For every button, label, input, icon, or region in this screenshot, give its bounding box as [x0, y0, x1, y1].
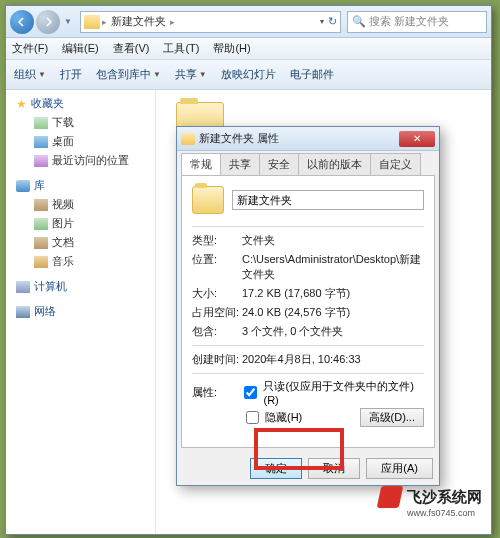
- location-value: C:\Users\Administrator\Desktop\新建文件夹: [242, 252, 424, 282]
- tab-general[interactable]: 常规: [181, 153, 221, 175]
- menu-tools[interactable]: 工具(T): [163, 41, 199, 56]
- divider: [192, 345, 424, 346]
- menu-bar: 文件(F) 编辑(E) 查看(V) 工具(T) 帮助(H): [6, 38, 491, 60]
- created-value: 2020年4月8日, 10:46:33: [242, 352, 424, 367]
- recent-icon: [34, 155, 48, 167]
- menu-view[interactable]: 查看(V): [113, 41, 150, 56]
- attributes-label: 属性:: [192, 385, 240, 400]
- sidebar-item-downloads[interactable]: 下载: [16, 113, 149, 132]
- close-button[interactable]: ✕: [399, 131, 435, 147]
- libraries-header[interactable]: 库: [16, 178, 149, 193]
- document-icon: [34, 237, 48, 249]
- sidebar-item-videos[interactable]: 视频: [16, 195, 149, 214]
- address-bar[interactable]: ▸ 新建文件夹 ▸ ▾ ↻: [80, 11, 341, 33]
- size-value: 17.2 KB (17,680 字节): [242, 286, 424, 301]
- sidebar-item-music[interactable]: 音乐: [16, 252, 149, 271]
- menu-edit[interactable]: 编辑(E): [62, 41, 99, 56]
- breadcrumb-sep: ▸: [170, 17, 175, 27]
- search-icon: 🔍: [352, 15, 366, 28]
- search-placeholder: 搜索 新建文件夹: [369, 14, 449, 29]
- location-label: 位置:: [192, 252, 242, 282]
- tab-versions[interactable]: 以前的版本: [298, 153, 371, 175]
- dropdown-icon[interactable]: ▾: [320, 17, 324, 26]
- desktop-icon: [34, 136, 48, 148]
- sidebar-item-documents[interactable]: 文档: [16, 233, 149, 252]
- network-header[interactable]: 网络: [16, 304, 149, 319]
- brand-icon: [377, 486, 404, 508]
- tab-sharing[interactable]: 共享: [220, 153, 260, 175]
- sidebar-item-recent[interactable]: 最近访问的位置: [16, 151, 149, 170]
- apply-button[interactable]: 应用(A): [366, 458, 433, 479]
- folder-icon: [84, 15, 100, 29]
- organize-button[interactable]: 组织▼: [14, 67, 46, 82]
- email-button[interactable]: 电子邮件: [290, 67, 334, 82]
- folder-icon: [192, 186, 224, 214]
- library-icon: [16, 180, 30, 192]
- tab-security[interactable]: 安全: [259, 153, 299, 175]
- toolbar: 组织▼ 打开 包含到库中▼ 共享▼ 放映幻灯片 电子邮件: [6, 60, 491, 90]
- sizeondisk-value: 24.0 KB (24,576 字节): [242, 305, 424, 320]
- properties-dialog: 新建文件夹 属性 ✕ 常规 共享 安全 以前的版本 自定义 新建文件夹 类型:文…: [176, 126, 440, 486]
- folder-name-input[interactable]: 新建文件夹: [232, 190, 424, 210]
- nav-bar: ▼ ▸ 新建文件夹 ▸ ▾ ↻ 🔍 搜索 新建文件夹: [6, 6, 491, 38]
- menu-file[interactable]: 文件(F): [12, 41, 48, 56]
- share-button[interactable]: 共享▼: [175, 67, 207, 82]
- brand-url: www.fs0745.com: [407, 508, 475, 518]
- include-library-button[interactable]: 包含到库中▼: [96, 67, 161, 82]
- tab-panel-general: 新建文件夹 类型:文件夹 位置:C:\Users\Administrator\D…: [181, 175, 435, 448]
- size-label: 大小:: [192, 286, 242, 301]
- slideshow-button[interactable]: 放映幻灯片: [221, 67, 276, 82]
- sidebar-item-pictures[interactable]: 图片: [16, 214, 149, 233]
- dialog-button-row: 确定 取消 应用(A): [177, 452, 439, 485]
- computer-header[interactable]: 计算机: [16, 279, 149, 294]
- sizeondisk-label: 占用空间:: [192, 305, 242, 320]
- music-icon: [34, 256, 48, 268]
- menu-help[interactable]: 帮助(H): [213, 41, 250, 56]
- network-icon: [16, 306, 30, 318]
- brand-name: 飞沙系统网: [407, 488, 482, 507]
- tab-strip: 常规 共享 安全 以前的版本 自定义: [177, 151, 439, 175]
- advanced-button[interactable]: 高级(D)...: [360, 408, 424, 427]
- search-input[interactable]: 🔍 搜索 新建文件夹: [347, 11, 487, 33]
- refresh-icon[interactable]: ↻: [328, 15, 337, 28]
- video-icon: [34, 199, 48, 211]
- forward-button[interactable]: [36, 10, 60, 34]
- sidebar-item-desktop[interactable]: 桌面: [16, 132, 149, 151]
- cancel-button[interactable]: 取消: [308, 458, 360, 479]
- watermark: 飞沙系统网 www.fs0745.com: [379, 486, 482, 508]
- ok-button[interactable]: 确定: [250, 458, 302, 479]
- picture-icon: [34, 218, 48, 230]
- star-icon: ★: [16, 97, 27, 111]
- readonly-label: 只读(仅应用于文件夹中的文件)(R): [263, 379, 424, 406]
- favorites-header[interactable]: ★收藏夹: [16, 96, 149, 111]
- contains-value: 3 个文件, 0 个文件夹: [242, 324, 424, 339]
- download-icon: [34, 117, 48, 129]
- contains-label: 包含:: [192, 324, 242, 339]
- readonly-checkbox[interactable]: [244, 386, 257, 399]
- type-value: 文件夹: [242, 233, 424, 248]
- divider: [192, 373, 424, 374]
- folder-icon: [181, 133, 195, 145]
- sidebar: ★收藏夹 下载 桌面 最近访问的位置 库 视频 图片 文档 音乐 计算机 网络: [6, 90, 156, 534]
- tab-custom[interactable]: 自定义: [370, 153, 421, 175]
- dialog-titlebar[interactable]: 新建文件夹 属性 ✕: [177, 127, 439, 151]
- chevron-down-icon[interactable]: ▼: [64, 17, 72, 26]
- open-button[interactable]: 打开: [60, 67, 82, 82]
- created-label: 创建时间:: [192, 352, 242, 367]
- computer-icon: [16, 281, 30, 293]
- dialog-title: 新建文件夹 属性: [199, 131, 399, 146]
- hidden-checkbox[interactable]: [246, 411, 259, 424]
- type-label: 类型:: [192, 233, 242, 248]
- divider: [192, 226, 424, 227]
- back-button[interactable]: [10, 10, 34, 34]
- breadcrumb-segment[interactable]: 新建文件夹: [107, 14, 170, 29]
- hidden-label: 隐藏(H): [265, 410, 302, 425]
